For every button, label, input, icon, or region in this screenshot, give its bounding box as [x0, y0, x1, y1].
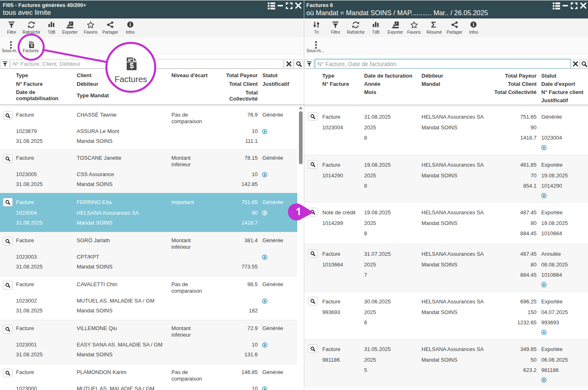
svg-text:$: $: [30, 44, 32, 48]
svg-text:$: $: [130, 62, 134, 70]
